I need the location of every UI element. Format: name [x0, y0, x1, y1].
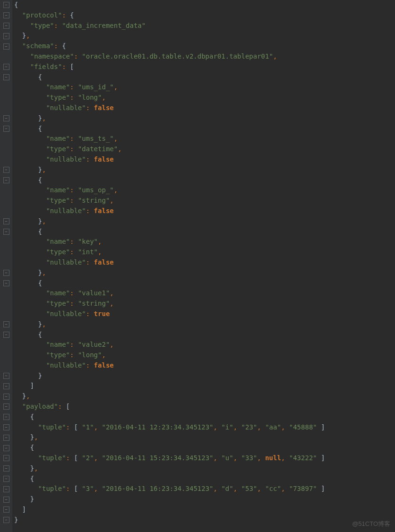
json-bool: false — [94, 258, 114, 266]
json-string: "long" — [78, 94, 102, 101]
json-string: "string" — [78, 197, 110, 204]
fold-open-icon[interactable]: − — [3, 74, 9, 80]
fold-open-icon[interactable]: − — [3, 403, 9, 410]
json-string: "2016-04-11 12:23:34.345123" — [102, 423, 214, 431]
json-key: "nullable" — [46, 310, 86, 317]
code-area[interactable]: { "protocol": { "type": "data_increment_… — [12, 0, 395, 532]
json-string: "long" — [78, 351, 102, 359]
json-key: "name" — [46, 238, 70, 245]
json-key: "name" — [46, 341, 70, 348]
fold-open-icon[interactable]: − — [3, 445, 9, 451]
json-string: "datetime" — [78, 145, 118, 153]
json-string: "ums_op_" — [78, 186, 114, 194]
json-string: "cc" — [265, 485, 281, 492]
json-key: "nullable" — [46, 207, 86, 215]
fold-open-icon[interactable]: − — [3, 280, 9, 286]
json-string: "oracle.oracle01.db.table.v2.dbpar01.tab… — [82, 52, 273, 60]
fold-close-icon[interactable]: − — [3, 167, 9, 173]
json-key: "nullable" — [46, 104, 86, 112]
fold-close-icon[interactable]: − — [3, 115, 9, 121]
json-string: "string" — [78, 300, 110, 307]
json-key: "type" — [46, 145, 70, 153]
json-string: "2" — [82, 454, 94, 462]
fold-gutter: − − − − − − − − − − − − − − − − − − — [0, 0, 12, 532]
fold-open-icon[interactable]: − — [3, 43, 9, 50]
json-string: "value2" — [78, 341, 110, 348]
json-string: "73897" — [289, 485, 317, 492]
json-string: "33" — [241, 454, 258, 462]
json-key: "name" — [46, 135, 70, 142]
json-key: "tuple" — [38, 454, 66, 462]
json-string: "2016-04-11 15:23:34.345123" — [102, 454, 214, 462]
fold-open-icon[interactable]: − — [3, 126, 9, 132]
json-string: "u" — [221, 454, 233, 462]
fold-close-icon[interactable]: − — [3, 497, 9, 503]
json-key: "type" — [46, 197, 70, 204]
json-string: "d" — [221, 485, 233, 492]
fold-close-icon[interactable]: − — [3, 23, 9, 29]
json-string: "key" — [78, 238, 98, 245]
fold-open-icon[interactable]: − — [3, 229, 9, 235]
json-key: "nullable" — [46, 155, 86, 163]
json-key: "name" — [46, 186, 70, 194]
fold-close-icon[interactable]: − — [3, 465, 9, 472]
json-string: "ums_ts_" — [78, 135, 114, 142]
fold-close-icon[interactable]: − — [3, 270, 9, 276]
fold-close-icon[interactable]: − — [3, 383, 9, 389]
json-key: "fields" — [30, 63, 62, 70]
fold-close-icon[interactable]: − — [3, 321, 9, 327]
json-key: "type" — [46, 300, 70, 307]
json-key: "protocol" — [22, 11, 62, 19]
json-null: null — [265, 454, 281, 462]
json-key: "namespace" — [30, 52, 74, 60]
json-key: "type" — [46, 248, 70, 256]
fold-open-icon[interactable]: − — [3, 64, 9, 70]
watermark: @51CTO博客 — [352, 519, 390, 529]
json-key: "payload" — [22, 403, 58, 410]
fold-open-icon[interactable]: − — [3, 332, 9, 338]
fold-close-icon[interactable]: − — [3, 373, 9, 379]
json-key: "nullable" — [46, 361, 86, 369]
json-key: "nullable" — [46, 258, 86, 266]
json-string: "i" — [221, 423, 233, 431]
json-key: "type" — [30, 22, 54, 29]
json-key: "type" — [46, 94, 70, 101]
json-string: "3" — [82, 485, 94, 492]
json-key: "name" — [46, 289, 70, 297]
fold-close-icon[interactable]: − — [3, 506, 9, 513]
json-string: "43222" — [289, 454, 317, 462]
fold-open-icon[interactable]: − — [3, 476, 9, 482]
fold-open-icon[interactable]: − — [3, 12, 9, 18]
json-string: "ums_id_" — [78, 83, 114, 91]
fold-open-icon[interactable]: − — [3, 177, 9, 183]
fold-close-icon[interactable]: − — [3, 424, 9, 430]
json-string: "data_increment_data" — [62, 22, 146, 29]
json-key: "name" — [46, 83, 70, 91]
code-editor[interactable]: − − − − − − − − − − − − − − − − − − — [0, 0, 395, 532]
json-string: "2016-04-11 16:23:34.345123" — [102, 485, 214, 492]
json-bool: false — [94, 361, 114, 369]
json-string: "1" — [82, 423, 94, 431]
json-string: "53" — [241, 485, 258, 492]
fold-open-icon[interactable]: − — [3, 414, 9, 420]
json-bool: false — [94, 104, 114, 112]
json-key: "type" — [46, 351, 70, 359]
json-key: "schema" — [22, 42, 54, 50]
json-string: "int" — [78, 248, 98, 256]
json-string: "23" — [241, 423, 258, 431]
fold-close-icon[interactable]: − — [3, 455, 9, 461]
json-key: "tuple" — [38, 423, 66, 431]
fold-close-icon[interactable]: − — [3, 394, 9, 400]
fold-close-icon[interactable]: − — [3, 33, 9, 39]
json-string: "value1" — [78, 289, 110, 297]
json-bool: true — [94, 310, 110, 317]
fold-close-icon[interactable]: − — [3, 486, 9, 492]
fold-open-icon[interactable]: − — [3, 2, 9, 8]
json-string: "aa" — [265, 423, 281, 431]
fold-close-icon[interactable]: − — [3, 517, 9, 523]
json-bool: false — [94, 155, 114, 163]
fold-close-icon[interactable]: − — [3, 218, 9, 224]
fold-close-icon[interactable]: − — [3, 435, 9, 441]
json-string: "45888" — [289, 423, 317, 431]
json-bool: false — [94, 207, 114, 215]
